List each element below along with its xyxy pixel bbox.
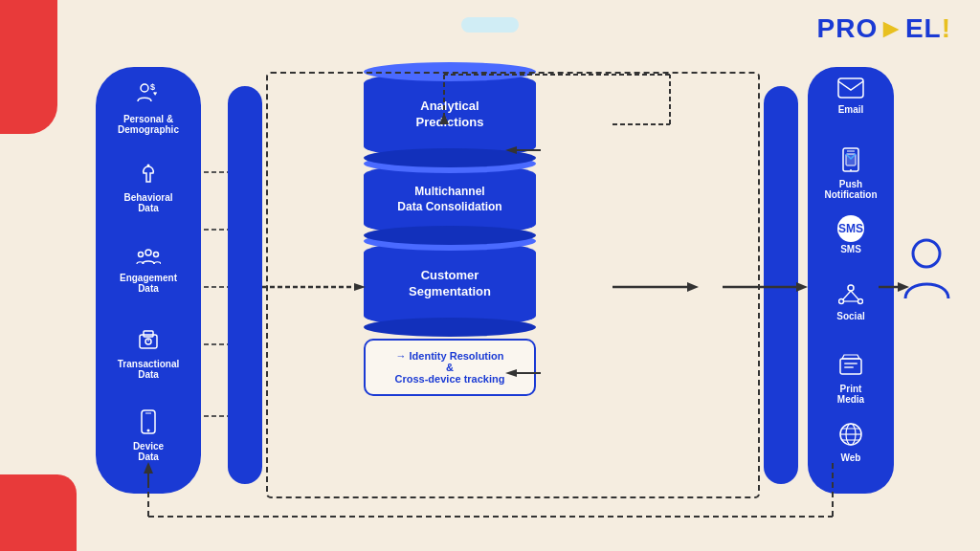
svg-point-17 <box>850 169 852 171</box>
channel-social: Social <box>835 281 866 348</box>
right-channels-column: Email PushNotification SMS SMS <box>808 67 894 494</box>
integration-bar <box>228 86 262 484</box>
cylinder-analytical: AnalyticalPredictions <box>364 72 536 158</box>
propel-logo: PRO►EL! <box>816 13 951 44</box>
svg-point-0 <box>141 84 148 92</box>
red-corner-topleft <box>0 0 57 134</box>
svg-point-20 <box>839 299 844 304</box>
svg-point-5 <box>138 253 143 257</box>
svg-rect-9 <box>144 331 153 337</box>
svg-point-6 <box>153 253 158 257</box>
svg-rect-26 <box>844 363 858 364</box>
data-item-personal: $ ♥ Personal &Demographic <box>116 77 181 155</box>
red-corner-bottomleft <box>0 474 77 551</box>
cylinder-multichannel: MultichannelData Consolidation <box>364 164 536 235</box>
engagement-icon <box>136 245 161 271</box>
svg-marker-42 <box>687 282 699 292</box>
identity-box: → Identity Resolution&Cross-device track… <box>364 339 536 396</box>
behavioral-icon <box>137 163 160 190</box>
svg-point-33 <box>913 240 940 267</box>
svg-line-23 <box>851 291 858 299</box>
personal-icon: $ ♥ <box>135 80 162 112</box>
print-media-icon <box>838 353 863 383</box>
data-item-transactional: TransactionalData <box>116 323 181 402</box>
push-notification-icon <box>840 146 861 178</box>
svg-point-19 <box>848 285 854 291</box>
orchestration-bar <box>764 86 798 484</box>
channel-push-notification: PushNotification <box>823 143 880 210</box>
email-icon <box>837 77 864 103</box>
svg-line-22 <box>843 291 851 299</box>
svg-point-3 <box>146 165 149 167</box>
channel-email: Email <box>835 75 866 142</box>
channel-web: Web <box>836 419 865 486</box>
data-item-engagement: EngagementData <box>118 241 179 320</box>
transactional-icon <box>136 327 161 357</box>
data-item-device: DeviceData <box>131 406 166 484</box>
channel-print-media: PrintMedia <box>835 350 866 417</box>
svg-point-12 <box>147 430 150 432</box>
svg-rect-27 <box>844 366 854 368</box>
web-icon <box>838 422 863 452</box>
svg-rect-14 <box>838 78 863 98</box>
data-item-behavioral: BehavioralData <box>122 159 174 237</box>
page-title <box>461 17 519 33</box>
svg-point-21 <box>858 299 863 304</box>
cylinder-segmentation: CustomerSegmentation <box>364 241 536 327</box>
device-icon <box>140 409 157 439</box>
social-icon <box>838 284 863 310</box>
person-icon <box>901 236 953 315</box>
sms-badge: SMS <box>837 215 864 242</box>
center-column: AnalyticalPredictions MultichannelData C… <box>354 72 546 396</box>
channel-sms: SMS SMS <box>835 212 866 279</box>
svg-point-4 <box>145 250 151 255</box>
svg-text:♥: ♥ <box>153 90 157 97</box>
left-data-column: $ ♥ Personal &Demographic BehavioralData <box>96 67 201 494</box>
